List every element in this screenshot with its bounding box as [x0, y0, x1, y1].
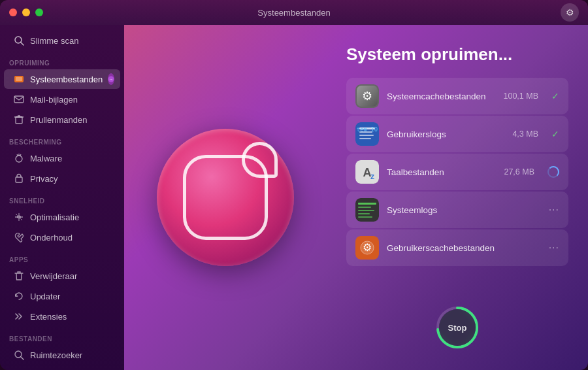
scan-icon — [13, 35, 25, 46]
svg-line-19 — [16, 214, 18, 216]
settings-icon[interactable]: ⚙ — [561, 3, 579, 22]
gebruikerslogs-icon: tem 10 — [355, 122, 379, 146]
svg-point-10 — [16, 156, 22, 162]
sidebar-badge: → — [108, 73, 114, 85]
main-content: Slimme scan Opruiming Systeembestanden → — [0, 25, 588, 370]
svg-line-1 — [21, 42, 24, 45]
sidebar-item-mail-bijlagen[interactable]: Mail-bijlagen — [4, 90, 120, 109]
list-item: A z Taalbestanden 27,6 MB — [346, 154, 568, 190]
sidebar-item-label: Updater — [30, 292, 60, 301]
sidebar-item-slimme-scan[interactable]: Slimme scan — [4, 31, 120, 50]
section-header-bestanden: Bestanden — [0, 329, 124, 345]
systeembestanden-icon — [13, 73, 25, 85]
app-logo — [157, 129, 294, 266]
svg-rect-31 — [359, 135, 374, 136]
sidebar-item-prullenmanden[interactable]: Prullenmanden — [4, 110, 120, 129]
ruimtezoeker-icon — [13, 349, 25, 361]
status-check: ✓ — [551, 129, 559, 139]
file-size: 100,1 MB — [503, 92, 538, 101]
file-name: Taalbestanden — [387, 167, 496, 177]
sidebar: Slimme scan Opruiming Systeembestanden → — [0, 25, 124, 370]
sidebar-item-label: Onderhoud — [30, 233, 73, 243]
file-name: Gebruikerslogs — [387, 129, 504, 139]
window-title: Systeembestanden — [257, 8, 330, 18]
sidebar-item-optimalisatie[interactable]: Optimalisatie — [4, 207, 120, 227]
malware-icon — [13, 152, 25, 164]
section-header-apps: Apps — [0, 250, 124, 265]
sidebar-item-groot-en-oud[interactable]: Groot en oud — [4, 365, 120, 370]
section-header-opruiming: Opruiming — [0, 53, 124, 69]
sidebar-item-extensies[interactable]: Extensies — [4, 307, 120, 326]
sidebar-item-systeembestanden[interactable]: Systeembestanden → — [4, 69, 120, 89]
svg-rect-32 — [359, 138, 371, 139]
svg-rect-6 — [14, 96, 24, 103]
status-dots: ··· — [549, 242, 559, 254]
traffic-lights — [9, 8, 43, 16]
sidebar-item-label: Optimalisatie — [30, 212, 79, 222]
sidebar-item-label: Privacy — [30, 174, 58, 184]
list-item: ⚙ Systeemcachebestanden 100,1 MB ✓ — [346, 78, 568, 114]
section-header-snelheid: Snelheid — [0, 191, 124, 207]
sidebar-item-label: Extensies — [30, 312, 67, 322]
systeemcache-icon: ⚙ — [355, 84, 379, 108]
list-item: Systeemlogs ··· — [346, 192, 568, 228]
privacy-icon — [13, 173, 25, 184]
stop-button-area: Stop — [346, 294, 568, 357]
sidebar-item-label: Slimme scan — [30, 36, 78, 46]
svg-text:tem 10: tem 10 — [357, 126, 378, 133]
gebruikerscache-icon: ⚙ — [355, 236, 379, 260]
svg-text:⚙: ⚙ — [363, 242, 372, 253]
sidebar-item-verwijderaar[interactable]: Verwijderaar — [4, 266, 120, 286]
file-name: Gebruikerscachebestanden — [387, 243, 528, 253]
svg-rect-40 — [358, 210, 374, 211]
minimize-button[interactable] — [22, 8, 30, 16]
sidebar-item-ruimtezoeker[interactable]: Ruimtezoeker — [4, 345, 120, 365]
mail-icon — [13, 93, 25, 105]
right-content: Systeem opruimen... — [327, 25, 588, 370]
stop-button[interactable]: Stop — [439, 309, 476, 346]
titlebar-right: ⚙ — [561, 3, 579, 22]
app-window: Systeembestanden ⚙ Slimme scan Opruiming — [0, 0, 588, 370]
close-button[interactable] — [9, 8, 17, 16]
maximize-button[interactable] — [35, 8, 43, 16]
svg-rect-3 — [16, 77, 22, 81]
svg-rect-14 — [16, 177, 22, 182]
file-list: ⚙ Systeemcachebestanden 100,1 MB ✓ — [346, 78, 568, 294]
list-item: tem 10 Gebruikerslogs 4,3 MB ✓ — [346, 116, 568, 152]
section-header-bescherming: Bescherming — [0, 132, 124, 148]
svg-rect-7 — [16, 117, 22, 124]
titlebar: Systeembestanden ⚙ — [0, 0, 588, 25]
status-spinning — [547, 166, 559, 178]
sidebar-item-label: Prullenmanden — [30, 115, 87, 125]
sidebar-item-label: Systeembestanden — [30, 75, 103, 84]
sidebar-item-privacy[interactable]: Privacy — [4, 169, 120, 188]
svg-rect-39 — [358, 207, 371, 208]
svg-line-22 — [21, 357, 24, 360]
updater-icon — [13, 290, 25, 302]
file-name: Systeemlogs — [387, 205, 528, 215]
scan-title: Systeem opruimen... — [346, 44, 568, 65]
stop-container: Stop — [434, 305, 480, 350]
systeemlogs-icon — [355, 198, 379, 222]
svg-text:→: → — [109, 77, 114, 82]
main-panel: Systeem opruimen... — [124, 25, 588, 370]
svg-rect-38 — [358, 203, 376, 205]
svg-line-20 — [21, 219, 23, 221]
svg-text:⚙: ⚙ — [362, 90, 372, 103]
sidebar-item-onderhoud[interactable]: Onderhoud — [4, 227, 120, 247]
status-check: ✓ — [551, 91, 559, 101]
sidebar-item-updater[interactable]: Updater — [4, 286, 120, 306]
onderhoud-icon — [13, 231, 25, 243]
list-item: ⚙ Gebruikerscachebestanden ··· — [346, 229, 568, 266]
file-size: 4,3 MB — [512, 129, 538, 139]
sidebar-item-label: Malware — [30, 154, 62, 163]
sidebar-item-malware[interactable]: Malware — [4, 148, 120, 168]
sidebar-item-label: Ruimtezoeker — [30, 350, 82, 360]
svg-rect-42 — [358, 216, 372, 218]
svg-rect-41 — [358, 213, 370, 214]
taalbestanden-icon: A z — [355, 160, 379, 184]
verwijderaar-icon — [13, 270, 25, 282]
extensies-icon — [13, 311, 25, 322]
trash-icon — [13, 114, 25, 126]
optimalisatie-icon — [13, 211, 25, 223]
